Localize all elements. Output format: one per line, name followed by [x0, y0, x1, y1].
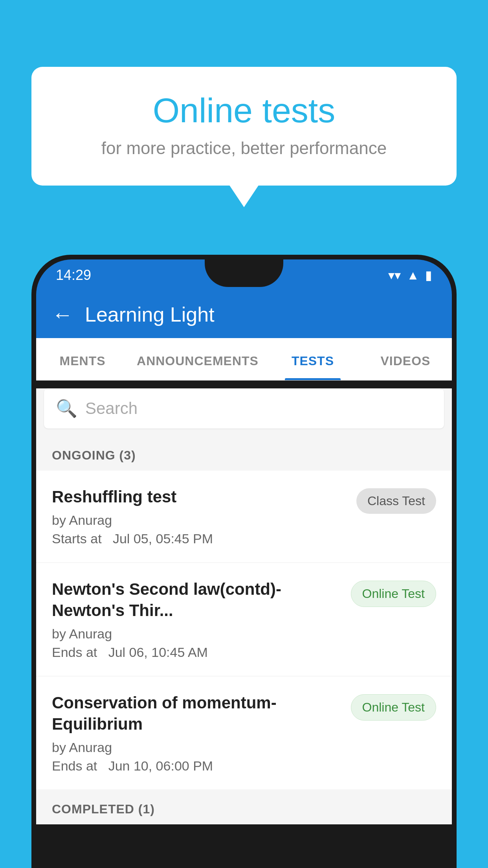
search-icon: 🔍 [56, 398, 77, 419]
tab-videos[interactable]: VIDEOS [359, 338, 452, 380]
test-info-conservation: Conservation of momentum-Equilibrium by … [52, 692, 343, 774]
test-time-reshuffling: Starts at Jul 05, 05:45 PM [52, 531, 349, 546]
test-author-newtons: by Anurag [52, 626, 343, 642]
test-name-conservation: Conservation of momentum-Equilibrium [52, 692, 343, 735]
tabs-bar: MENTS ANNOUNCEMENTS TESTS VIDEOS [36, 338, 452, 381]
test-item-reshuffling[interactable]: Reshuffling test by Anurag Starts at Jul… [36, 471, 452, 562]
completed-section-header: COMPLETED (1) [36, 790, 452, 824]
test-badge-newtons: Online Test [351, 581, 437, 607]
battery-icon: ▮ [425, 268, 432, 283]
status-bar: 14:29 ▾▾ ▲ ▮ [36, 259, 452, 291]
tab-ments[interactable]: MENTS [36, 338, 129, 380]
test-badge-conservation: Online Test [351, 694, 437, 721]
test-item-conservation[interactable]: Conservation of momentum-Equilibrium by … [36, 677, 452, 789]
tab-tests[interactable]: TESTS [266, 338, 359, 380]
test-author-conservation: by Anurag [52, 740, 343, 755]
speech-bubble: Online tests for more practice, better p… [31, 67, 457, 186]
tab-announcements[interactable]: ANNOUNCEMENTS [129, 338, 266, 380]
search-bar[interactable]: 🔍 Search [44, 388, 444, 428]
test-badge-reshuffling: Class Test [356, 488, 436, 514]
wifi-icon: ▾▾ [388, 268, 401, 283]
status-icons: ▾▾ ▲ ▮ [388, 268, 432, 283]
test-item-newtons[interactable]: Newton's Second law(contd)-Newton's Thir… [36, 563, 452, 676]
phone-frame: 14:29 ▾▾ ▲ ▮ ← Learning Light MENTS ANNO… [31, 255, 457, 868]
app-title: Learning Light [85, 303, 215, 326]
test-info-reshuffling: Reshuffling test by Anurag Starts at Jul… [52, 486, 349, 546]
bubble-subtitle: for more practice, better performance [63, 138, 425, 158]
back-button[interactable]: ← [52, 302, 73, 327]
phone-inner: 14:29 ▾▾ ▲ ▮ ← Learning Light MENTS ANNO… [36, 259, 452, 868]
notch [205, 259, 283, 287]
app-bar: ← Learning Light [36, 291, 452, 338]
screen-content: 🔍 Search ONGOING (3) Reshuffling test by… [36, 388, 452, 824]
signal-icon: ▲ [407, 268, 419, 283]
test-name-newtons: Newton's Second law(contd)-Newton's Thir… [52, 579, 343, 622]
search-input[interactable]: Search [85, 399, 138, 418]
bubble-title: Online tests [63, 90, 425, 131]
test-time-newtons: Ends at Jul 06, 10:45 AM [52, 645, 343, 660]
test-author-reshuffling: by Anurag [52, 513, 349, 528]
test-info-newtons: Newton's Second law(contd)-Newton's Thir… [52, 579, 343, 660]
status-time: 14:29 [56, 267, 91, 283]
test-name-reshuffling: Reshuffling test [52, 486, 349, 508]
ongoing-section-header: ONGOING (3) [36, 436, 452, 471]
test-time-conservation: Ends at Jun 10, 06:00 PM [52, 758, 343, 774]
